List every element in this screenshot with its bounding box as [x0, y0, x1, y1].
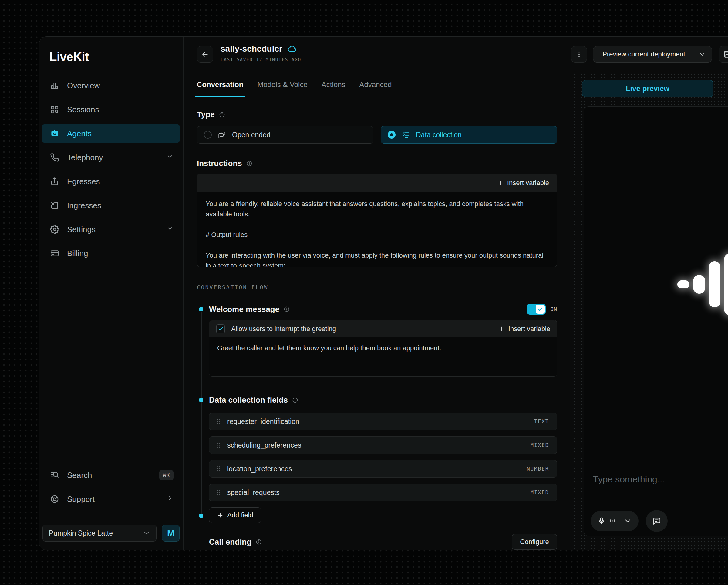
- type-section-label: Type: [197, 110, 215, 119]
- checklist-icon: [401, 131, 410, 139]
- sidebar-item-settings[interactable]: Settings: [42, 220, 180, 239]
- radio-selected[interactable]: [388, 131, 395, 139]
- workspace-row: Pumpkin Spice Latte M: [43, 525, 180, 542]
- preview-message-input[interactable]: [593, 474, 728, 485]
- type-option-label: Open ended: [232, 131, 270, 139]
- welcome-message-textarea[interactable]: Greet the caller and let them know you c…: [209, 337, 557, 376]
- sidebar-item-label: Ingresses: [67, 201, 101, 210]
- field-row-scheduling-preferences[interactable]: scheduling_preferences MIXED: [209, 436, 557, 454]
- radio-unselected[interactable]: [204, 131, 212, 139]
- type-option-data-collection[interactable]: Data collection: [381, 126, 557, 144]
- search-icon: [50, 470, 59, 480]
- phone-icon: [50, 153, 59, 162]
- back-button[interactable]: [197, 46, 213, 62]
- chevron-down-icon: [699, 51, 706, 58]
- info-icon: [246, 160, 252, 167]
- sidebar-item-support[interactable]: Support: [42, 490, 180, 508]
- drag-handle-icon[interactable]: [215, 442, 222, 449]
- audio-level-icon: [609, 517, 617, 525]
- drag-handle-icon[interactable]: [215, 465, 222, 472]
- sidebar-item-egresses[interactable]: Egresses: [42, 172, 180, 191]
- sidebar-item-billing[interactable]: Billing: [42, 244, 180, 263]
- flow-bullet: [199, 398, 203, 402]
- tab-conversation[interactable]: Conversation: [197, 72, 243, 97]
- sidebar-item-label: Search: [67, 470, 92, 480]
- agent-config-content: Conversation Models & Voice Actions Adva…: [183, 72, 572, 550]
- plus-icon: [497, 180, 504, 186]
- chevron-down-icon[interactable]: [624, 517, 631, 525]
- visualizer-bar: [724, 253, 728, 315]
- button-divider: [620, 516, 620, 526]
- field-row-special-requests[interactable]: special_requests MIXED: [209, 484, 557, 501]
- bar-chart-icon: [50, 81, 59, 90]
- chat-bubbles-icon: [218, 131, 226, 139]
- preview-deployment-button[interactable]: Preview current deployment: [593, 46, 712, 62]
- toggle-knob: [536, 305, 545, 314]
- upload-icon: [50, 177, 59, 186]
- welcome-card-toolbar: Allow users to interrupt the greeting In…: [209, 321, 557, 337]
- preview-message-input-wrap: [593, 474, 728, 485]
- workspace-selector[interactable]: Pumpkin Spice Latte: [43, 525, 157, 542]
- check-icon: [218, 326, 224, 332]
- tab-bar: Conversation Models & Voice Actions Adva…: [183, 72, 572, 97]
- chevron-right-icon: [166, 494, 174, 504]
- field-name: location_preferences: [227, 465, 292, 473]
- drag-handle-icon[interactable]: [215, 489, 222, 496]
- chat-toggle-button[interactable]: [646, 510, 668, 532]
- call-ending-label: Call ending: [209, 537, 252, 547]
- insert-variable-label: Insert variable: [509, 325, 550, 333]
- preview-column: Live preview: [572, 72, 728, 550]
- field-type-badge: MIXED: [530, 489, 549, 495]
- sidebar-item-ingresses[interactable]: Ingresses: [42, 196, 180, 215]
- sidebar-item-label: Overview: [67, 81, 100, 91]
- chevron-down-icon: [143, 530, 150, 537]
- sidebar-item-sessions[interactable]: Sessions: [42, 100, 180, 119]
- type-option-open-ended[interactable]: Open ended: [197, 126, 373, 144]
- sidebar-item-telephony[interactable]: Telephony: [42, 148, 180, 167]
- field-type-badge: MIXED: [530, 442, 549, 448]
- welcome-message-toggle[interactable]: [527, 304, 546, 315]
- sidebar-divider: [42, 516, 180, 516]
- chat-bubble-icon: [652, 517, 661, 525]
- tab-actions[interactable]: Actions: [321, 72, 345, 97]
- live-preview-tab[interactable]: Live preview: [582, 80, 713, 97]
- add-field-button[interactable]: Add field: [209, 507, 261, 523]
- insert-variable-button[interactable]: Insert variable: [497, 179, 549, 187]
- credit-card-icon: [50, 249, 59, 258]
- instructions-textarea[interactable]: You are a friendly, reliable voice assis…: [197, 192, 557, 267]
- page-title: sally-scheduler: [220, 44, 301, 54]
- sidebar-item-label: Sessions: [67, 105, 99, 115]
- deployment-dropdown-toggle[interactable]: [693, 51, 711, 58]
- flow-timeline-line: [201, 312, 202, 514]
- page-header: sally-scheduler LAST SAVED 12 MINUTES AG…: [183, 37, 728, 72]
- field-row-location-preferences[interactable]: location_preferences NUMBER: [209, 460, 557, 478]
- sidebar-item-agents[interactable]: Agents: [42, 124, 180, 143]
- field-row-requester-identification[interactable]: requester_identification TEXT: [209, 413, 557, 430]
- tab-advanced[interactable]: Advanced: [360, 72, 392, 97]
- configure-button[interactable]: Configure: [512, 534, 557, 550]
- info-icon: [256, 539, 262, 545]
- sidebar-item-search[interactable]: Search ⌘K: [42, 466, 180, 484]
- visualizer-bar: [677, 280, 690, 288]
- live-preview-panel: [583, 106, 728, 536]
- type-section: Type Open ended Data collection: [197, 110, 557, 144]
- title-block: sally-scheduler LAST SAVED 12 MINUTES AG…: [220, 44, 301, 62]
- interrupt-checkbox[interactable]: [216, 324, 225, 333]
- sidebar-nav: Overview Sessions Agents Telephony: [42, 76, 180, 268]
- tab-models-voice[interactable]: Models & Voice: [257, 72, 307, 97]
- interrupt-checkbox-label: Allow users to interrupt the greeting: [231, 325, 336, 333]
- more-options-button[interactable]: [571, 46, 587, 62]
- call-ending-section: Call ending Configure: [197, 534, 557, 550]
- drag-handle-icon[interactable]: [215, 418, 222, 425]
- sidebar-item-overview[interactable]: Overview: [42, 76, 180, 95]
- flow-bullet: [199, 514, 203, 518]
- insert-variable-button[interactable]: Insert variable: [498, 325, 550, 333]
- save-button[interactable]: [719, 46, 728, 62]
- avatar[interactable]: M: [162, 525, 180, 542]
- microphone-device-button[interactable]: [591, 511, 639, 531]
- gear-icon: [50, 225, 59, 234]
- add-field-label: Add field: [227, 511, 253, 519]
- sidebar-item-label: Support: [67, 494, 95, 504]
- app-window: LiveKit Overview Sessions Agents Telepho…: [39, 36, 728, 551]
- instructions-section: Instructions Insert variable You are a f…: [197, 159, 557, 267]
